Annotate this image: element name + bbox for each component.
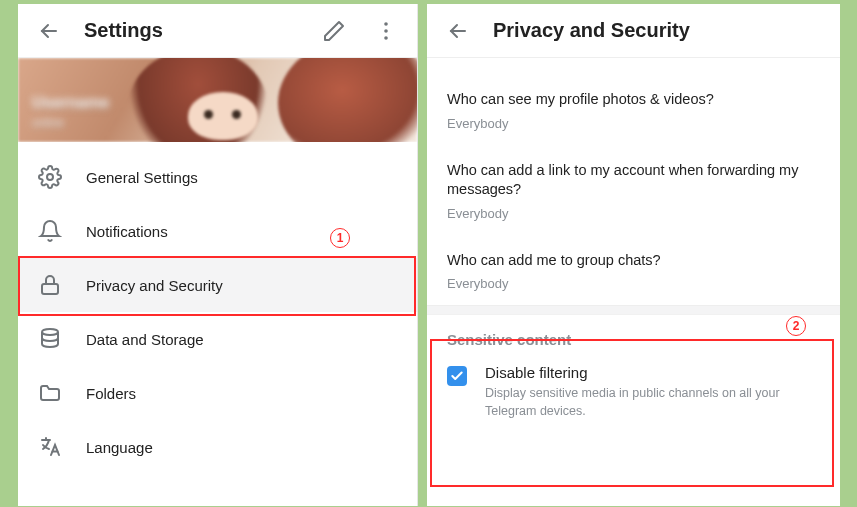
- edit-button[interactable]: [317, 14, 351, 48]
- checkbox-text: Disable filtering Display sensitive medi…: [485, 364, 785, 420]
- pencil-icon: [322, 19, 346, 43]
- arrow-left-icon: [446, 19, 470, 43]
- row-label: Language: [86, 439, 153, 456]
- svg-point-3: [47, 174, 53, 180]
- folder-icon: [38, 381, 62, 405]
- profile-cover[interactable]: Username online: [18, 58, 417, 142]
- privacy-question: Who can add me to group chats?: [447, 251, 820, 271]
- sidebar-item-general[interactable]: General Settings: [18, 150, 417, 204]
- privacy-item-groups[interactable]: Who can add me to group chats? Everybody: [427, 235, 840, 306]
- database-icon: [38, 327, 62, 351]
- privacy-value: Everybody: [447, 116, 820, 131]
- profile-name: Username: [32, 94, 109, 112]
- privacy-question: Who can add a link to my account when fo…: [447, 161, 820, 200]
- section-title: Sensitive content: [427, 315, 840, 356]
- checkbox-checked[interactable]: [447, 366, 467, 386]
- svg-point-1: [384, 29, 388, 33]
- checkbox-label: Disable filtering: [485, 364, 785, 381]
- sidebar-item-privacy[interactable]: Privacy and Security: [18, 258, 417, 312]
- row-label: Folders: [86, 385, 136, 402]
- settings-title: Settings: [84, 19, 299, 42]
- svg-point-2: [384, 36, 388, 40]
- privacy-item-forward[interactable]: Who can add a link to my account when fo…: [427, 145, 840, 235]
- row-label: General Settings: [86, 169, 198, 186]
- profile-status: online: [32, 116, 64, 130]
- annotation-badge-2: 2: [786, 316, 806, 336]
- back-button[interactable]: [441, 14, 475, 48]
- privacy-panel: Privacy and Security Who can see my prof…: [427, 4, 840, 506]
- language-icon: [38, 435, 62, 459]
- arrow-left-icon: [37, 19, 61, 43]
- settings-header: Settings: [18, 4, 417, 58]
- privacy-title: Privacy and Security: [493, 19, 826, 42]
- row-label: Privacy and Security: [86, 277, 223, 294]
- row-label: Data and Storage: [86, 331, 204, 348]
- settings-list: General Settings Notifications Privacy a…: [18, 142, 417, 474]
- more-vertical-icon: [374, 19, 398, 43]
- check-icon: [450, 369, 464, 383]
- privacy-header: Privacy and Security: [427, 4, 840, 58]
- more-button[interactable]: [369, 14, 403, 48]
- disable-filtering-row[interactable]: Disable filtering Display sensitive medi…: [427, 356, 840, 436]
- sidebar-item-notifications[interactable]: Notifications: [18, 204, 417, 258]
- checkbox-desc: Display sensitive media in public channe…: [485, 385, 785, 420]
- settings-panel: Settings Username online General Setting…: [18, 4, 418, 506]
- privacy-value: Everybody: [447, 276, 820, 291]
- sidebar-item-language[interactable]: Language: [18, 420, 417, 474]
- svg-point-5: [42, 329, 58, 335]
- svg-rect-4: [42, 284, 58, 294]
- sidebar-item-folders[interactable]: Folders: [18, 366, 417, 420]
- bell-icon: [38, 219, 62, 243]
- divider: [427, 305, 840, 315]
- back-button[interactable]: [32, 14, 66, 48]
- privacy-question: Who can see my profile photos & videos?: [447, 90, 820, 110]
- privacy-item-photos[interactable]: Who can see my profile photos & videos? …: [427, 74, 840, 145]
- gear-icon: [38, 165, 62, 189]
- annotation-badge-1: 1: [330, 228, 350, 248]
- lock-icon: [38, 273, 62, 297]
- sidebar-item-data[interactable]: Data and Storage: [18, 312, 417, 366]
- svg-point-0: [384, 22, 388, 26]
- row-label: Notifications: [86, 223, 168, 240]
- privacy-value: Everybody: [447, 206, 820, 221]
